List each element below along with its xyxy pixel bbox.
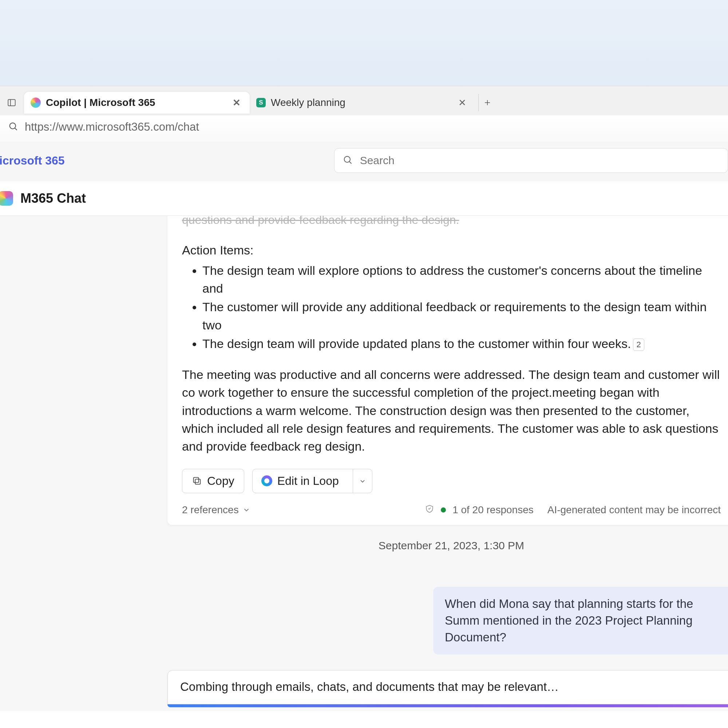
- svg-point-6: [344, 156, 350, 162]
- copilot-icon: [31, 98, 41, 108]
- response-meta: 2 references 1 of 20 responses AI-genera…: [167, 493, 728, 516]
- user-message-text: When did Mona say that planning starts f…: [445, 597, 693, 644]
- loop-icon: [262, 476, 272, 486]
- summary-paragraph: The meeting was productive and all conce…: [182, 366, 721, 455]
- global-search: [80, 148, 728, 173]
- address-input[interactable]: [25, 121, 720, 134]
- copy-label: Copy: [207, 474, 234, 488]
- close-tab-button[interactable]: ✕: [230, 96, 243, 109]
- tab-title: Weekly planning: [271, 97, 451, 109]
- list-item: The design team will provide updated pla…: [202, 335, 721, 353]
- truncated-prev-line: questions and provide feedback regarding…: [182, 216, 721, 228]
- svg-rect-9: [194, 477, 199, 483]
- tab-title: Copilot | Microsoft 365: [46, 97, 225, 109]
- loop-label: Edit in Loop: [277, 474, 339, 488]
- search-icon: [343, 155, 353, 166]
- list-item: The design team will explore options to …: [202, 262, 721, 298]
- sharepoint-icon: S: [256, 98, 266, 107]
- brand-label: icrosoft 365: [0, 154, 65, 167]
- citation-badge[interactable]: 2: [633, 338, 644, 351]
- m365-header: icrosoft 365: [0, 142, 728, 181]
- chevron-down-icon: [242, 506, 251, 514]
- user-message-bubble: When did Mona say that planning starts f…: [433, 587, 728, 655]
- svg-point-4: [10, 123, 16, 129]
- copy-button[interactable]: Copy: [182, 469, 244, 493]
- tab-strip: Copilot | Microsoft 365 ✕ S Weekly plann…: [0, 86, 728, 115]
- shield-icon: [425, 504, 434, 516]
- search-icon: [8, 121, 18, 133]
- references-label: 2 references: [182, 504, 239, 516]
- ai-disclaimer: AI-generated content may be incorrect: [548, 504, 721, 516]
- window-background: [0, 0, 728, 86]
- svg-rect-8: [195, 479, 200, 484]
- search-input[interactable]: [360, 154, 720, 167]
- edit-in-loop-button[interactable]: Edit in Loop: [252, 469, 372, 493]
- chevron-down-icon: [359, 477, 366, 485]
- tab-copilot[interactable]: Copilot | Microsoft 365 ✕: [24, 92, 250, 113]
- list-item: The customer will provide any additional…: [202, 298, 721, 334]
- loop-menu-caret[interactable]: [353, 469, 372, 493]
- copy-icon: [192, 476, 202, 486]
- global-search-box[interactable]: [334, 148, 728, 173]
- composer-status-text: Combing through emails, chats, and docum…: [180, 680, 559, 693]
- new-tab-button[interactable]: [478, 94, 496, 112]
- chat-title: M365 Chat: [20, 191, 86, 206]
- references-toggle[interactable]: 2 references: [182, 504, 251, 516]
- side-panel-button[interactable]: [3, 94, 20, 112]
- svg-line-7: [349, 162, 352, 164]
- message-timestamp: September 21, 2023, 1:30 PM: [167, 540, 728, 552]
- address-bar[interactable]: [0, 115, 728, 142]
- tab-weekly-planning[interactable]: S Weekly planning ✕: [250, 92, 476, 113]
- composer: Combing through emails, chats, and docum…: [167, 670, 728, 707]
- chat-body: questions and provide feedback regarding…: [0, 216, 728, 711]
- chat-title-bar: M365 Chat: [0, 181, 728, 216]
- action-items-heading: Action Items:: [182, 241, 721, 259]
- svg-rect-0: [8, 99, 15, 106]
- assistant-text: questions and provide feedback regarding…: [167, 216, 728, 456]
- loading-progress-bar: [167, 704, 728, 707]
- action-items-list: The design team will explore options to …: [182, 262, 721, 353]
- assistant-response-card: questions and provide feedback regarding…: [167, 216, 728, 525]
- response-actions: Copy Edit in Loop: [167, 456, 728, 493]
- svg-line-5: [15, 128, 17, 130]
- close-tab-button[interactable]: ✕: [456, 96, 469, 109]
- copilot-logo-icon: [0, 191, 13, 206]
- status-dot-icon: [441, 508, 446, 512]
- response-counter: 1 of 20 responses: [453, 504, 534, 516]
- composer-status[interactable]: Combing through emails, chats, and docum…: [167, 670, 728, 704]
- browser-chrome: Copilot | Microsoft 365 ✕ S Weekly plann…: [0, 86, 728, 142]
